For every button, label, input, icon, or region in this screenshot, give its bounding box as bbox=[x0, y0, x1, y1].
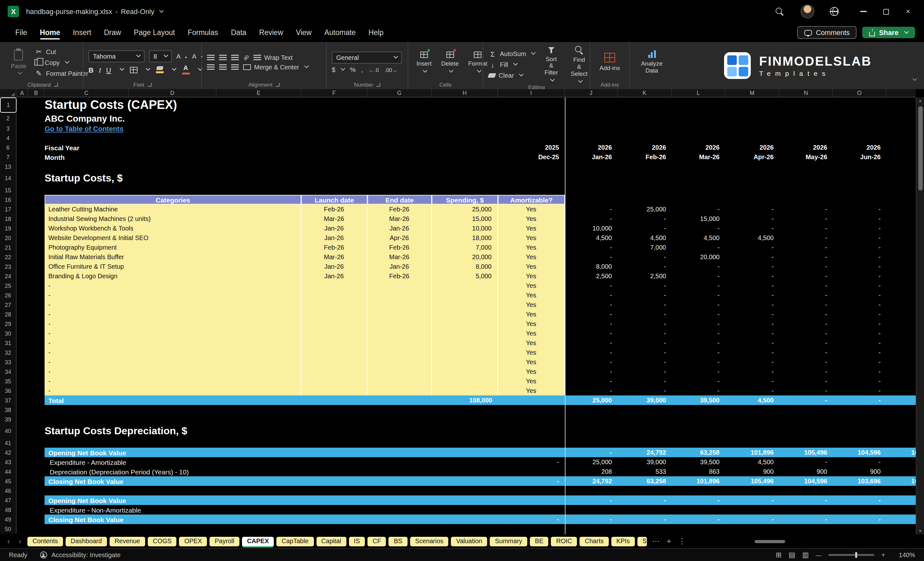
minimize-button[interactable] bbox=[855, 11, 872, 12]
cell-J27[interactable]: - bbox=[565, 300, 618, 309]
cell-I23[interactable]: Yes bbox=[498, 262, 565, 271]
cell-G27[interactable] bbox=[368, 300, 432, 309]
cell-F30[interactable] bbox=[301, 328, 368, 338]
cell-H17[interactable]: 25,000 bbox=[432, 204, 498, 214]
cell-M20[interactable]: 4,500 bbox=[725, 233, 780, 243]
sheet-tab-cf[interactable]: CF bbox=[368, 537, 386, 546]
row-header-7[interactable]: 7 bbox=[0, 152, 16, 162]
cell-F22[interactable]: Mar-26 bbox=[301, 252, 368, 262]
cell-F23[interactable]: Jan-26 bbox=[301, 262, 368, 271]
row-header-44[interactable]: 44 bbox=[0, 467, 16, 476]
cell-C19[interactable]: Workshop Workbench & Tools bbox=[45, 224, 301, 233]
row-label-37[interactable]: Total bbox=[48, 396, 64, 405]
cell-K34[interactable]: - bbox=[618, 367, 672, 376]
cell-I45[interactable]: - bbox=[498, 476, 565, 486]
cell-I18[interactable]: Yes bbox=[498, 214, 565, 224]
cell-L29[interactable]: - bbox=[672, 319, 725, 328]
cell-J7[interactable]: Jan-26 bbox=[565, 152, 618, 162]
cell-O27[interactable]: - bbox=[833, 300, 886, 309]
row-header-17[interactable]: 17 bbox=[0, 204, 16, 214]
cell-N49[interactable]: - bbox=[780, 514, 833, 524]
align-bottom-icon[interactable] bbox=[231, 55, 239, 60]
cell-L35[interactable]: - bbox=[672, 376, 725, 386]
cell-M17[interactable]: - bbox=[725, 204, 780, 214]
cell-F36[interactable] bbox=[301, 386, 368, 396]
row-header-43[interactable]: 43 bbox=[0, 457, 16, 467]
row-header-32[interactable]: 32 bbox=[0, 348, 16, 357]
cell-L7[interactable]: Mar-26 bbox=[672, 152, 725, 162]
cell-H23[interactable]: 8,000 bbox=[432, 262, 498, 271]
font-size-select[interactable]: 8 bbox=[149, 51, 172, 63]
comma-style-button[interactable]: , bbox=[362, 66, 363, 73]
column-header-J[interactable]: J bbox=[565, 89, 618, 97]
comments-button[interactable]: Comments bbox=[797, 26, 856, 39]
cell-H19[interactable]: 10,000 bbox=[432, 224, 498, 233]
cell-L47[interactable]: - bbox=[672, 495, 725, 505]
cell-J31[interactable]: - bbox=[565, 338, 618, 348]
cell-I33[interactable]: Yes bbox=[498, 357, 565, 367]
sheet-tab-payroll[interactable]: Payroll bbox=[210, 537, 239, 546]
cell-G30[interactable] bbox=[368, 328, 432, 338]
format-painter-button[interactable]: ✎ Format Painter bbox=[35, 69, 88, 77]
cell-G25[interactable] bbox=[368, 281, 432, 290]
cell-G36[interactable] bbox=[368, 386, 432, 396]
align-middle-icon[interactable] bbox=[219, 55, 227, 60]
document-title[interactable]: handbag-purse-making.xlsx - Read-Only bbox=[26, 8, 164, 15]
menu-help[interactable]: Help bbox=[362, 24, 390, 41]
sheet-tab-revenue[interactable]: Revenue bbox=[110, 537, 145, 546]
cell-K47[interactable]: - bbox=[618, 495, 672, 505]
cell-K49[interactable]: - bbox=[618, 514, 672, 524]
row-header-40[interactable]: 40 bbox=[0, 424, 16, 438]
cell-K7[interactable]: Feb-26 bbox=[618, 152, 672, 162]
orientation-icon[interactable]: ab bbox=[242, 54, 250, 62]
cell-C35[interactable]: - bbox=[45, 376, 301, 386]
cell-N18[interactable]: - bbox=[780, 214, 833, 224]
cell-H33[interactable] bbox=[432, 357, 498, 367]
vertical-scrollbar[interactable]: ▴ ▾ bbox=[916, 98, 924, 534]
cell-L33[interactable]: - bbox=[672, 357, 725, 367]
sheet-tab-s[interactable]: S bbox=[638, 537, 647, 546]
cell-N27[interactable]: - bbox=[780, 300, 833, 309]
cell-J30[interactable]: - bbox=[565, 328, 618, 338]
cell-M25[interactable]: - bbox=[725, 281, 780, 290]
cell-G29[interactable] bbox=[368, 319, 432, 328]
menu-review[interactable]: Review bbox=[253, 24, 290, 41]
row-header-3[interactable]: 3 bbox=[0, 123, 16, 133]
menu-data[interactable]: Data bbox=[225, 24, 253, 41]
cell-F29[interactable] bbox=[301, 319, 368, 328]
cell-J45[interactable]: 24,792 bbox=[565, 476, 618, 486]
cell-I31[interactable]: Yes bbox=[498, 338, 565, 348]
normal-view-icon[interactable]: ⊞ bbox=[776, 551, 782, 559]
cell-L45[interactable]: 101,896 bbox=[672, 476, 725, 486]
sheet-tab-is[interactable]: IS bbox=[349, 537, 365, 546]
cell-F27[interactable] bbox=[301, 300, 368, 309]
scroll-up-icon[interactable]: ▴ bbox=[916, 98, 924, 103]
cell-I22[interactable]: Yes bbox=[498, 252, 565, 262]
column-header-E[interactable]: E bbox=[216, 89, 301, 97]
cell-F33[interactable] bbox=[301, 357, 368, 367]
cell-O18[interactable]: - bbox=[833, 214, 886, 224]
sheet-tab-capex[interactable]: CAPEX bbox=[242, 537, 274, 546]
cell-C28[interactable]: - bbox=[45, 309, 301, 319]
cell-H26[interactable] bbox=[432, 290, 498, 300]
cell-H27[interactable] bbox=[432, 300, 498, 309]
more-sheets-icon[interactable]: ⋯ bbox=[650, 537, 662, 546]
percent-style-button[interactable]: % bbox=[350, 66, 356, 73]
wrap-text-button[interactable]: Wrap Text bbox=[254, 54, 292, 61]
cell-N25[interactable]: - bbox=[780, 281, 833, 290]
cell-O23[interactable]: - bbox=[833, 262, 886, 271]
cell-F28[interactable] bbox=[301, 309, 368, 319]
cell-M34[interactable]: - bbox=[725, 367, 780, 376]
sheet-tab-contents[interactable]: Contents bbox=[27, 537, 63, 546]
cell-K28[interactable]: - bbox=[618, 309, 672, 319]
cell-I6[interactable]: 2025 bbox=[498, 142, 565, 152]
borders-chevron-icon[interactable] bbox=[146, 66, 150, 70]
cell-F35[interactable] bbox=[301, 376, 368, 386]
cell-M18[interactable]: - bbox=[725, 214, 780, 224]
cell-G18[interactable]: Mar-26 bbox=[368, 214, 432, 224]
cell-N31[interactable]: - bbox=[780, 338, 833, 348]
cell-K43[interactable]: 39,000 bbox=[618, 457, 672, 467]
table-header-4[interactable]: Amortizable? bbox=[498, 195, 565, 204]
table-header-1[interactable]: Launch date bbox=[301, 195, 368, 204]
cell-I30[interactable]: Yes bbox=[498, 328, 565, 338]
